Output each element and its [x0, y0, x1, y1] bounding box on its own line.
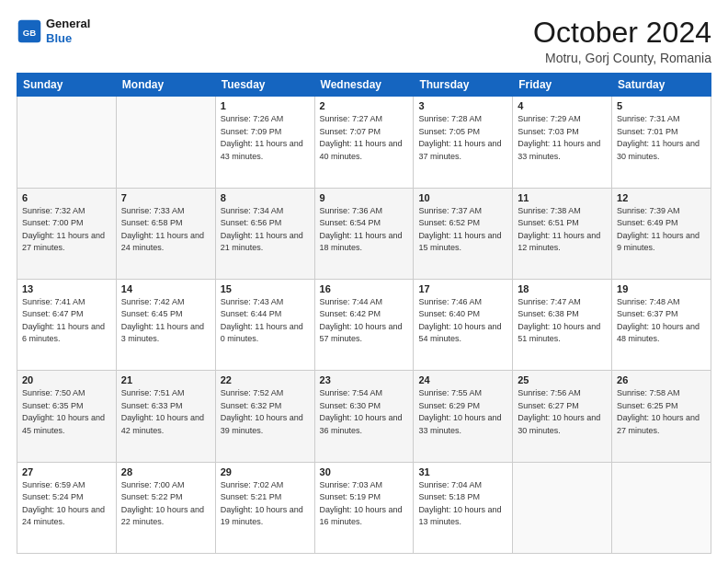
title-block: October 2024 Motru, Gorj County, Romania [533, 17, 711, 65]
day-detail: Sunrise: 7:51 AM Sunset: 6:33 PM Dayligh… [121, 387, 210, 437]
calendar-week-row: 27Sunrise: 6:59 AM Sunset: 5:24 PM Dayli… [17, 462, 711, 553]
calendar-cell: 4Sunrise: 7:29 AM Sunset: 7:03 PM Daylig… [513, 97, 612, 188]
day-number: 14 [121, 283, 210, 294]
weekday-header: Sunday [17, 74, 117, 97]
day-number: 18 [518, 283, 607, 294]
calendar-cell: 12Sunrise: 7:39 AM Sunset: 6:49 PM Dayli… [612, 188, 711, 279]
day-number: 7 [121, 192, 210, 203]
day-number: 9 [320, 192, 409, 203]
weekday-header: Friday [513, 74, 612, 97]
day-detail: Sunrise: 7:50 AM Sunset: 6:35 PM Dayligh… [22, 387, 111, 437]
calendar-cell: 2Sunrise: 7:27 AM Sunset: 7:07 PM Daylig… [314, 97, 414, 188]
calendar-cell: 24Sunrise: 7:55 AM Sunset: 6:29 PM Dayli… [414, 371, 513, 462]
day-number: 25 [518, 374, 607, 385]
day-detail: Sunrise: 7:33 AM Sunset: 6:58 PM Dayligh… [121, 205, 210, 255]
logo: GB General Blue [17, 17, 90, 45]
day-detail: Sunrise: 7:04 AM Sunset: 5:18 PM Dayligh… [418, 479, 507, 529]
day-number: 12 [617, 192, 706, 203]
month-title: October 2024 [533, 17, 711, 49]
day-detail: Sunrise: 7:00 AM Sunset: 5:22 PM Dayligh… [121, 479, 210, 529]
day-number: 20 [22, 374, 111, 385]
day-detail: Sunrise: 7:27 AM Sunset: 7:07 PM Dayligh… [320, 113, 409, 163]
weekday-header: Wednesday [314, 74, 414, 97]
logo-text: General Blue [46, 17, 90, 45]
day-number: 22 [221, 374, 310, 385]
day-detail: Sunrise: 7:28 AM Sunset: 7:05 PM Dayligh… [418, 113, 507, 163]
day-detail: Sunrise: 7:47 AM Sunset: 6:38 PM Dayligh… [518, 296, 607, 346]
day-number: 11 [518, 192, 607, 203]
calendar-cell: 16Sunrise: 7:44 AM Sunset: 6:42 PM Dayli… [314, 279, 414, 370]
day-number: 6 [22, 192, 111, 203]
day-detail: Sunrise: 7:46 AM Sunset: 6:40 PM Dayligh… [418, 296, 507, 346]
calendar-week-row: 13Sunrise: 7:41 AM Sunset: 6:47 PM Dayli… [17, 279, 711, 370]
day-detail: Sunrise: 7:55 AM Sunset: 6:29 PM Dayligh… [418, 387, 507, 437]
day-detail: Sunrise: 7:26 AM Sunset: 7:09 PM Dayligh… [221, 113, 310, 163]
calendar-cell: 9Sunrise: 7:36 AM Sunset: 6:54 PM Daylig… [314, 188, 414, 279]
day-detail: Sunrise: 7:41 AM Sunset: 6:47 PM Dayligh… [22, 296, 111, 346]
calendar-cell: 11Sunrise: 7:38 AM Sunset: 6:51 PM Dayli… [513, 188, 612, 279]
calendar-cell: 17Sunrise: 7:46 AM Sunset: 6:40 PM Dayli… [414, 279, 513, 370]
calendar-cell: 18Sunrise: 7:47 AM Sunset: 6:38 PM Dayli… [513, 279, 612, 370]
calendar-cell: 15Sunrise: 7:43 AM Sunset: 6:44 PM Dayli… [215, 279, 314, 370]
calendar-cell [17, 97, 117, 188]
logo-icon: GB [17, 18, 42, 44]
day-number: 26 [617, 374, 706, 385]
day-detail: Sunrise: 7:02 AM Sunset: 5:21 PM Dayligh… [221, 479, 310, 529]
day-detail: Sunrise: 7:34 AM Sunset: 6:56 PM Dayligh… [221, 205, 310, 255]
svg-text:GB: GB [23, 28, 36, 38]
day-detail: Sunrise: 7:43 AM Sunset: 6:44 PM Dayligh… [221, 296, 310, 346]
calendar-cell: 28Sunrise: 7:00 AM Sunset: 5:22 PM Dayli… [116, 462, 215, 553]
day-number: 8 [221, 192, 310, 203]
calendar-header-row: SundayMondayTuesdayWednesdayThursdayFrid… [17, 74, 711, 97]
calendar-week-row: 6Sunrise: 7:32 AM Sunset: 7:00 PM Daylig… [17, 188, 711, 279]
calendar-cell: 27Sunrise: 6:59 AM Sunset: 5:24 PM Dayli… [17, 462, 117, 553]
calendar-table: SundayMondayTuesdayWednesdayThursdayFrid… [17, 73, 711, 554]
day-number: 23 [320, 374, 409, 385]
calendar-cell: 8Sunrise: 7:34 AM Sunset: 6:56 PM Daylig… [215, 188, 314, 279]
day-number: 19 [617, 283, 706, 294]
day-detail: Sunrise: 7:56 AM Sunset: 6:27 PM Dayligh… [518, 387, 607, 437]
calendar-cell: 26Sunrise: 7:58 AM Sunset: 6:25 PM Dayli… [612, 371, 711, 462]
calendar-cell: 23Sunrise: 7:54 AM Sunset: 6:30 PM Dayli… [314, 371, 414, 462]
calendar-cell: 7Sunrise: 7:33 AM Sunset: 6:58 PM Daylig… [116, 188, 215, 279]
day-number: 2 [320, 100, 409, 111]
day-number: 24 [418, 374, 507, 385]
day-detail: Sunrise: 7:38 AM Sunset: 6:51 PM Dayligh… [518, 205, 607, 255]
calendar-cell: 5Sunrise: 7:31 AM Sunset: 7:01 PM Daylig… [612, 97, 711, 188]
day-detail: Sunrise: 7:29 AM Sunset: 7:03 PM Dayligh… [518, 113, 607, 163]
weekday-header: Tuesday [215, 74, 314, 97]
day-detail: Sunrise: 7:54 AM Sunset: 6:30 PM Dayligh… [320, 387, 409, 437]
day-number: 29 [221, 466, 310, 477]
day-detail: Sunrise: 7:32 AM Sunset: 7:00 PM Dayligh… [22, 205, 111, 255]
calendar-cell [612, 462, 711, 553]
calendar-week-row: 1Sunrise: 7:26 AM Sunset: 7:09 PM Daylig… [17, 97, 711, 188]
calendar-cell: 13Sunrise: 7:41 AM Sunset: 6:47 PM Dayli… [17, 279, 117, 370]
page: GB General Blue October 2024 Motru, Gorj… [0, 0, 728, 563]
calendar-week-row: 20Sunrise: 7:50 AM Sunset: 6:35 PM Dayli… [17, 371, 711, 462]
day-number: 3 [418, 100, 507, 111]
weekday-header: Thursday [414, 74, 513, 97]
day-number: 10 [418, 192, 507, 203]
calendar-cell: 21Sunrise: 7:51 AM Sunset: 6:33 PM Dayli… [116, 371, 215, 462]
day-detail: Sunrise: 7:58 AM Sunset: 6:25 PM Dayligh… [617, 387, 706, 437]
location: Motru, Gorj County, Romania [533, 51, 711, 65]
header: GB General Blue October 2024 Motru, Gorj… [17, 17, 711, 65]
day-number: 31 [418, 466, 507, 477]
day-number: 28 [121, 466, 210, 477]
calendar-cell: 29Sunrise: 7:02 AM Sunset: 5:21 PM Dayli… [215, 462, 314, 553]
weekday-header: Saturday [612, 74, 711, 97]
day-detail: Sunrise: 7:37 AM Sunset: 6:52 PM Dayligh… [418, 205, 507, 255]
calendar-cell: 31Sunrise: 7:04 AM Sunset: 5:18 PM Dayli… [414, 462, 513, 553]
day-number: 17 [418, 283, 507, 294]
day-number: 1 [221, 100, 310, 111]
day-number: 5 [617, 100, 706, 111]
calendar-cell: 14Sunrise: 7:42 AM Sunset: 6:45 PM Dayli… [116, 279, 215, 370]
day-detail: Sunrise: 7:31 AM Sunset: 7:01 PM Dayligh… [617, 113, 706, 163]
day-number: 4 [518, 100, 607, 111]
calendar-cell: 20Sunrise: 7:50 AM Sunset: 6:35 PM Dayli… [17, 371, 117, 462]
day-detail: Sunrise: 7:52 AM Sunset: 6:32 PM Dayligh… [221, 387, 310, 437]
calendar-cell: 1Sunrise: 7:26 AM Sunset: 7:09 PM Daylig… [215, 97, 314, 188]
day-detail: Sunrise: 7:42 AM Sunset: 6:45 PM Dayligh… [121, 296, 210, 346]
calendar-cell: 10Sunrise: 7:37 AM Sunset: 6:52 PM Dayli… [414, 188, 513, 279]
calendar-cell: 6Sunrise: 7:32 AM Sunset: 7:00 PM Daylig… [17, 188, 117, 279]
